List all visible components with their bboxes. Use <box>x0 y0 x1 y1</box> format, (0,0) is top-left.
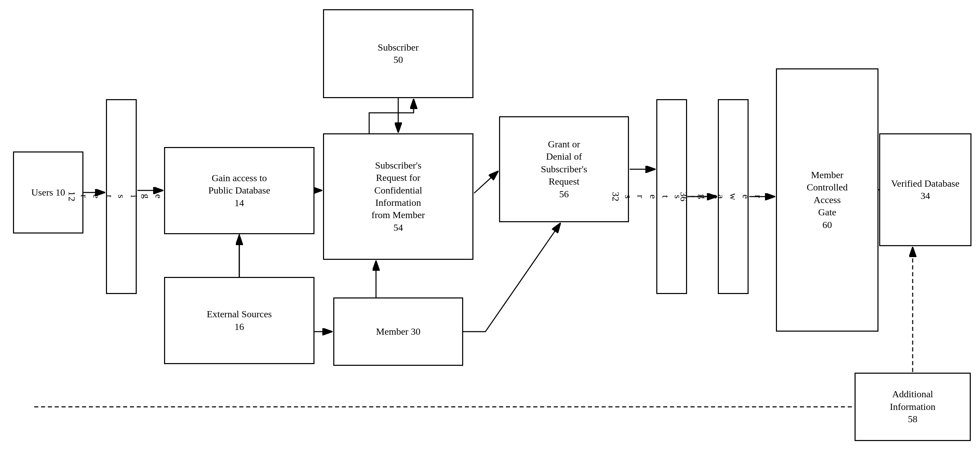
grant-denial-label: Grant orDenial ofSubscriber'sRequest56 <box>541 138 587 200</box>
users-label: Users 10 <box>32 186 65 199</box>
external-sources-label: External Sources16 <box>207 308 272 333</box>
additional-info-label: AdditionalInformation58 <box>890 388 935 425</box>
subscriber-label: Subscriber50 <box>378 41 419 66</box>
firewall-label: Firewall36 <box>677 192 789 201</box>
svg-line-8 <box>474 171 498 193</box>
member-controlled-box: MemberControlledAccessGate60 <box>776 68 878 332</box>
external-sources-box: External Sources16 <box>164 277 315 364</box>
subscriber-box: Subscriber50 <box>323 9 473 98</box>
gain-access-label: Gain access toPublic Database14 <box>208 172 270 209</box>
firewall-box: Firewall36 <box>718 99 749 294</box>
verified-database-box: Verified Database34 <box>879 134 972 246</box>
register-box: Register12 <box>106 99 137 294</box>
subscriber-request-box: Subscriber'sRequest forConfidentialInfor… <box>323 134 473 260</box>
member-controlled-label: MemberControlledAccessGate60 <box>807 169 848 231</box>
diagram: Users 10 Register12 Gain access toPublic… <box>0 0 980 453</box>
register-label: Register12 <box>65 191 177 202</box>
subscriber-request-label: Subscriber'sRequest forConfidentialInfor… <box>372 159 425 234</box>
member-label: Member 30 <box>376 326 420 338</box>
verified-database-label: Verified Database34 <box>891 178 959 202</box>
gain-access-box: Gain access toPublic Database14 <box>164 147 315 234</box>
additional-info-box: AdditionalInformation58 <box>854 373 971 441</box>
grant-denial-box: Grant orDenial ofSubscriber'sRequest56 <box>499 116 629 222</box>
member-box: Member 30 <box>333 297 463 366</box>
